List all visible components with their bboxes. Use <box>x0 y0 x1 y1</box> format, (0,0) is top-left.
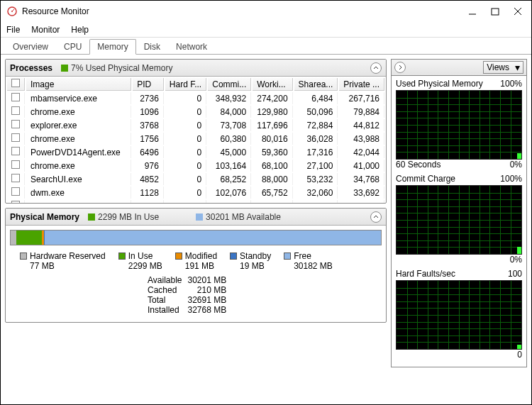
menu-monitor[interactable]: Monitor <box>31 25 60 35</box>
row-checkbox[interactable] <box>11 133 20 142</box>
menu-help[interactable]: Help <box>71 25 89 35</box>
cell-private: 79,884 <box>339 106 384 118</box>
legend-label: Standby <box>240 251 271 261</box>
row-checkbox[interactable] <box>11 147 20 155</box>
processes-header[interactable]: Processes 7% Used Physical Memory <box>6 60 386 77</box>
legend-value: 19 MB <box>240 261 271 271</box>
chart-title: Used Physical Memory <box>396 79 483 89</box>
legend-swatch <box>118 253 126 260</box>
cell-working: 129,980 <box>253 106 292 118</box>
table-row[interactable]: explorer.exe 3768 0 73,708 117,696 72,88… <box>7 119 384 131</box>
row-checkbox[interactable] <box>11 187 20 196</box>
cell-shareable: 36,028 <box>294 133 338 145</box>
svg-rect-4 <box>492 9 499 15</box>
cell-hardfaults: 0 <box>165 119 206 131</box>
table-row[interactable]: SearchUI.exe 4852 0 68,252 88,000 53,232… <box>7 173 384 185</box>
views-dropdown[interactable]: Views ▾ <box>483 61 523 74</box>
memory-legend: Hardware Reserved77 MB In Use2299 MB Mod… <box>6 250 386 272</box>
cell-commit: 102,076 <box>208 187 251 199</box>
cell-private: 27,904 <box>339 200 384 203</box>
physical-memory-panel: Physical Memory 2299 MB In Use 30201 MB … <box>5 208 387 323</box>
cell-working: 274,200 <box>253 92 292 104</box>
chart-max: 100% <box>500 174 522 184</box>
processes-panel: Processes 7% Used Physical Memory Image … <box>5 59 387 204</box>
cell-pid: 4368 <box>133 200 164 203</box>
row-checkbox[interactable] <box>11 174 20 182</box>
table-header-row: Image PID Hard F... Commi... Worki... Sh… <box>7 78 384 91</box>
row-checkbox[interactable] <box>11 201 20 203</box>
table-row[interactable]: chrome.exe 1096 0 84,000 129,980 50,096 … <box>7 106 384 118</box>
cell-pid: 1096 <box>133 106 164 118</box>
table-row[interactable]: PowerDVD14Agent.exe 6496 0 45,000 59,360… <box>7 146 384 158</box>
row-checkbox[interactable] <box>11 160 20 169</box>
row-checkbox[interactable] <box>11 93 20 101</box>
memory-bar <box>10 230 382 245</box>
collapse-icon[interactable] <box>370 211 382 223</box>
total-cached-label: Cached <box>148 285 182 295</box>
cell-pid: 3768 <box>133 119 164 131</box>
chart-foot-right: 0% <box>510 160 522 170</box>
tab-network[interactable]: Network <box>168 39 215 54</box>
row-checkbox[interactable] <box>11 106 20 115</box>
cell-image: chrome.exe <box>26 160 131 172</box>
bar-hardware <box>11 231 16 245</box>
col-working[interactable]: Worki... <box>253 78 292 91</box>
col-commit[interactable]: Commi... <box>208 78 251 91</box>
window-controls <box>467 6 523 16</box>
row-checkbox[interactable] <box>11 120 20 128</box>
chart-foot-left: 60 Seconds <box>396 160 440 170</box>
memory-totals: Available Cached Total Installed 30201 M… <box>6 272 386 322</box>
col-shareable[interactable]: Sharea... <box>294 78 338 91</box>
tab-memory[interactable]: Memory <box>89 39 135 55</box>
col-hardfaults[interactable]: Hard F... <box>165 78 206 91</box>
col-pid[interactable]: PID <box>133 78 164 91</box>
total-installed-label: Installed <box>148 305 182 315</box>
cell-shareable: 6,484 <box>294 92 338 104</box>
cell-hardfaults: 0 <box>165 106 206 118</box>
collapse-icon[interactable] <box>370 62 382 74</box>
cell-shareable: 27,100 <box>294 160 338 172</box>
maximize-button[interactable] <box>490 6 500 16</box>
col-check[interactable] <box>7 78 25 91</box>
tab-cpu[interactable]: CPU <box>56 39 89 54</box>
table-row[interactable]: chrome.exe 1756 0 60,380 80,016 36,028 4… <box>7 133 384 145</box>
legend-value: 191 MB <box>185 261 217 271</box>
physmem-avail: 30201 MB Available <box>196 212 281 222</box>
cell-pid: 1756 <box>133 133 164 145</box>
cell-working: 68,100 <box>253 160 292 172</box>
checkbox-all[interactable] <box>11 79 20 87</box>
legend-item-standby: Standby19 MB <box>230 251 271 271</box>
tab-disk[interactable]: Disk <box>136 39 168 54</box>
processes-status: 7% Used Physical Memory <box>61 63 172 73</box>
tab-overview[interactable]: Overview <box>5 39 56 54</box>
menu-file[interactable]: File <box>6 25 20 35</box>
close-button[interactable] <box>513 6 523 16</box>
cell-image: dwm.exe <box>26 187 131 199</box>
chart-foot-right: 0 <box>517 350 522 360</box>
col-private[interactable]: Private ... <box>339 78 384 91</box>
tabs: Overview CPU Memory Disk Network <box>1 38 531 55</box>
charts-collapse-icon[interactable] <box>394 62 406 73</box>
table-row[interactable]: mbamservice.exe 2736 0 348,932 274,200 6… <box>7 92 384 104</box>
processes-table: Image PID Hard F... Commi... Worki... Sh… <box>6 77 386 203</box>
chart-max: 100 <box>508 269 522 279</box>
window-title: Resource Monitor <box>22 6 467 16</box>
svg-point-2 <box>11 11 13 12</box>
cell-hardfaults: 0 <box>165 133 206 145</box>
table-row[interactable]: chrome.exe 976 0 103,164 68,100 27,100 4… <box>7 160 384 172</box>
cell-working: 88,000 <box>253 173 292 185</box>
legend-label: Modified <box>185 251 217 261</box>
cell-private: 34,768 <box>339 173 384 185</box>
physmem-header[interactable]: Physical Memory 2299 MB In Use 30201 MB … <box>6 209 386 226</box>
legend-item-hw: Hardware Reserved77 MB <box>20 251 106 271</box>
cell-pid: 6496 <box>133 146 164 158</box>
cell-image: PowerDVD14Agent.exe <box>26 146 131 158</box>
col-image[interactable]: Image <box>26 78 131 91</box>
table-row[interactable]: dwm.exe 1128 0 102,076 65,752 32,060 33,… <box>7 187 384 199</box>
views-label: Views <box>487 62 509 72</box>
physmem-inuse: 2299 MB In Use <box>88 212 159 222</box>
cell-image: ShellExperienceHost.exe <box>26 200 131 203</box>
minimize-button[interactable] <box>467 6 477 16</box>
cell-working: 117,696 <box>253 119 292 131</box>
table-row[interactable]: ShellExperienceHost.exe 4368 0 48,656 75… <box>7 200 384 203</box>
